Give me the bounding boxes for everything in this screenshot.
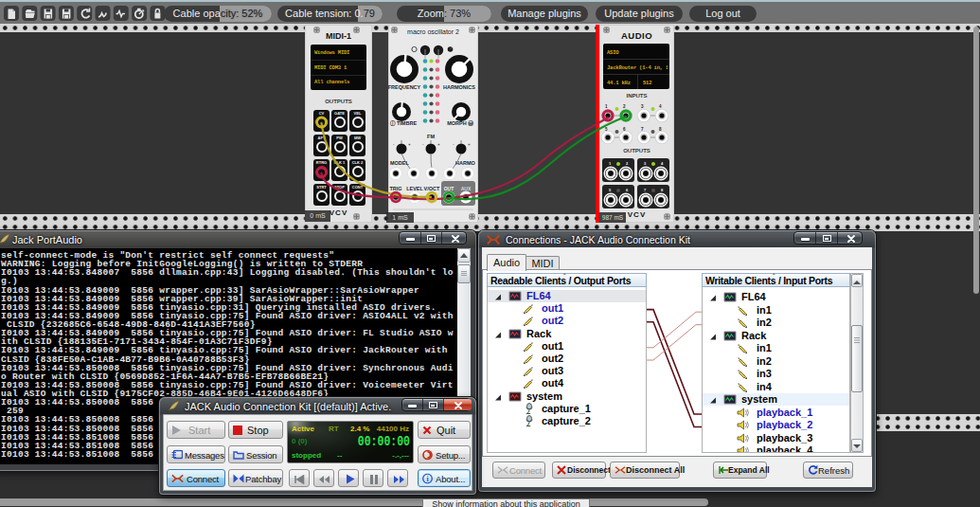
svg-text:AUX: AUX	[461, 186, 472, 191]
svg-text:VCV: VCV	[628, 210, 646, 219]
svg-text:+: +	[408, 142, 411, 147]
svg-text:-: -	[453, 142, 454, 147]
svg-text:MORPH Ⓜ: MORPH Ⓜ	[447, 119, 473, 127]
svg-text:4: 4	[659, 104, 662, 109]
svg-text:HARMO: HARMO	[455, 160, 475, 166]
svg-text:ⓘ TIMBRE: ⓘ TIMBRE	[390, 119, 417, 127]
svg-text:+: +	[468, 142, 471, 147]
svg-text:TRIG: TRIG	[389, 186, 401, 191]
svg-text:+: +	[437, 142, 440, 147]
svg-text:2: 2	[623, 104, 626, 109]
svg-text:MODEL: MODEL	[390, 160, 410, 166]
svg-text:-: -	[393, 142, 395, 147]
svg-text:OUT: OUT	[444, 186, 454, 191]
svg-text:3: 3	[641, 104, 644, 109]
svg-text:FM: FM	[427, 134, 435, 139]
svg-text:1: 1	[605, 104, 608, 109]
svg-text:-: -	[422, 142, 424, 147]
svg-text:LEVEL: LEVEL	[406, 186, 423, 191]
svg-text:V/OCT: V/OCT	[424, 186, 440, 191]
svg-text:HARMONICS: HARMONICS	[443, 84, 475, 90]
svg-text:FREQUENCY: FREQUENCY	[388, 84, 421, 90]
svg-text:i: i	[426, 474, 429, 482]
